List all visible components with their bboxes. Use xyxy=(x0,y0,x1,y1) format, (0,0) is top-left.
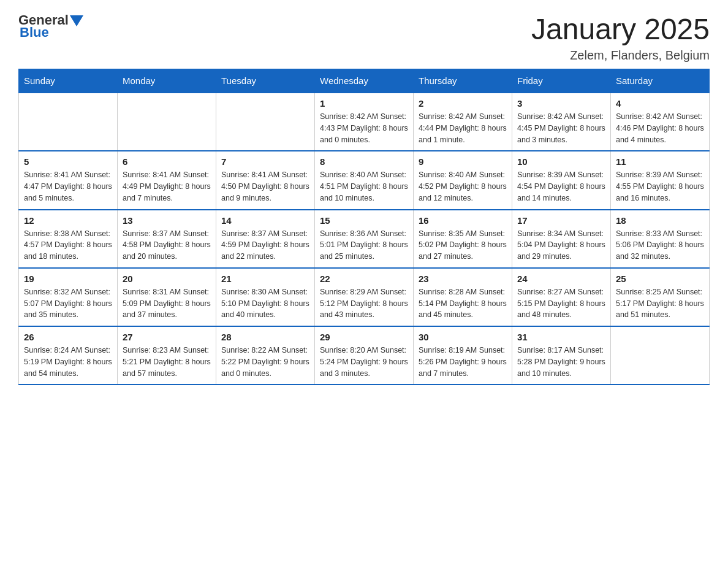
calendar-cell: 26Sunrise: 8:24 AM Sunset: 5:19 PM Dayli… xyxy=(19,326,118,385)
day-number: 20 xyxy=(123,274,211,284)
day-number: 8 xyxy=(320,156,408,167)
calendar-cell xyxy=(19,93,118,151)
day-number: 18 xyxy=(616,215,704,226)
day-number: 30 xyxy=(419,332,507,342)
day-info: Sunrise: 8:37 AM Sunset: 4:58 PM Dayligh… xyxy=(123,228,211,262)
day-info: Sunrise: 8:30 AM Sunset: 5:10 PM Dayligh… xyxy=(221,286,309,321)
day-number: 11 xyxy=(616,156,704,167)
day-info: Sunrise: 8:24 AM Sunset: 5:19 PM Dayligh… xyxy=(24,345,112,379)
day-info: Sunrise: 8:34 AM Sunset: 5:04 PM Dayligh… xyxy=(517,228,605,262)
day-number: 10 xyxy=(517,156,605,167)
day-info: Sunrise: 8:22 AM Sunset: 5:22 PM Dayligh… xyxy=(221,345,309,379)
day-number: 12 xyxy=(24,215,112,226)
day-info: Sunrise: 8:19 AM Sunset: 5:26 PM Dayligh… xyxy=(419,345,507,379)
day-info: Sunrise: 8:41 AM Sunset: 4:47 PM Dayligh… xyxy=(24,169,112,204)
calendar-cell: 29Sunrise: 8:20 AM Sunset: 5:24 PM Dayli… xyxy=(315,326,414,385)
day-info: Sunrise: 8:36 AM Sunset: 5:01 PM Dayligh… xyxy=(320,228,408,262)
day-number: 31 xyxy=(517,332,605,342)
day-info: Sunrise: 8:17 AM Sunset: 5:28 PM Dayligh… xyxy=(517,345,605,379)
calendar-header-monday: Monday xyxy=(118,69,216,93)
day-number: 6 xyxy=(123,156,211,167)
calendar-cell: 4Sunrise: 8:42 AM Sunset: 4:46 PM Daylig… xyxy=(611,93,710,151)
day-number: 26 xyxy=(24,332,112,342)
calendar-cell: 5Sunrise: 8:41 AM Sunset: 4:47 PM Daylig… xyxy=(19,151,118,209)
calendar-cell: 17Sunrise: 8:34 AM Sunset: 5:04 PM Dayli… xyxy=(512,210,611,268)
day-info: Sunrise: 8:39 AM Sunset: 4:55 PM Dayligh… xyxy=(616,169,704,204)
day-number: 27 xyxy=(123,332,211,342)
day-number: 28 xyxy=(221,332,309,342)
svg-marker-0 xyxy=(70,15,83,26)
calendar-cell: 22Sunrise: 8:29 AM Sunset: 5:12 PM Dayli… xyxy=(315,268,414,326)
calendar-cell: 3Sunrise: 8:42 AM Sunset: 4:45 PM Daylig… xyxy=(512,93,611,151)
calendar-cell: 1Sunrise: 8:42 AM Sunset: 4:43 PM Daylig… xyxy=(315,93,414,151)
calendar-header-friday: Friday xyxy=(512,69,611,93)
day-info: Sunrise: 8:42 AM Sunset: 4:44 PM Dayligh… xyxy=(419,111,507,145)
calendar-header-thursday: Thursday xyxy=(414,69,512,93)
calendar-cell: 24Sunrise: 8:27 AM Sunset: 5:15 PM Dayli… xyxy=(512,268,611,326)
calendar-cell: 20Sunrise: 8:31 AM Sunset: 5:09 PM Dayli… xyxy=(118,268,216,326)
calendar-cell: 19Sunrise: 8:32 AM Sunset: 5:07 PM Dayli… xyxy=(19,268,118,326)
day-info: Sunrise: 8:27 AM Sunset: 5:15 PM Dayligh… xyxy=(517,286,605,321)
title-section: January 2025 Zelem, Flanders, Belgium xyxy=(531,12,710,63)
logo: General Blue xyxy=(18,12,83,40)
calendar-week-5: 26Sunrise: 8:24 AM Sunset: 5:19 PM Dayli… xyxy=(19,326,710,385)
day-info: Sunrise: 8:29 AM Sunset: 5:12 PM Dayligh… xyxy=(320,286,408,321)
logo-triangle-icon xyxy=(70,15,83,26)
day-number: 9 xyxy=(419,156,507,167)
calendar-week-4: 19Sunrise: 8:32 AM Sunset: 5:07 PM Dayli… xyxy=(19,268,710,326)
day-number: 7 xyxy=(221,156,309,167)
day-info: Sunrise: 8:42 AM Sunset: 4:43 PM Dayligh… xyxy=(320,111,408,145)
page-header: General Blue January 2025 Zelem, Flander… xyxy=(18,12,710,63)
day-info: Sunrise: 8:40 AM Sunset: 4:51 PM Dayligh… xyxy=(320,169,408,204)
calendar-header-sunday: Sunday xyxy=(19,69,118,93)
day-number: 2 xyxy=(419,98,507,109)
calendar-header-wednesday: Wednesday xyxy=(315,69,414,93)
calendar-cell: 21Sunrise: 8:30 AM Sunset: 5:10 PM Dayli… xyxy=(216,268,315,326)
calendar-header-row: SundayMondayTuesdayWednesdayThursdayFrid… xyxy=(19,69,710,93)
calendar-week-1: 1Sunrise: 8:42 AM Sunset: 4:43 PM Daylig… xyxy=(19,93,710,151)
calendar-cell: 25Sunrise: 8:25 AM Sunset: 5:17 PM Dayli… xyxy=(611,268,710,326)
day-info: Sunrise: 8:41 AM Sunset: 4:50 PM Dayligh… xyxy=(221,169,309,204)
day-info: Sunrise: 8:42 AM Sunset: 4:45 PM Dayligh… xyxy=(517,111,605,145)
day-number: 15 xyxy=(320,215,408,226)
day-info: Sunrise: 8:20 AM Sunset: 5:24 PM Dayligh… xyxy=(320,345,408,379)
calendar-cell: 14Sunrise: 8:37 AM Sunset: 4:59 PM Dayli… xyxy=(216,210,315,268)
calendar-cell xyxy=(118,93,216,151)
calendar-cell: 30Sunrise: 8:19 AM Sunset: 5:26 PM Dayli… xyxy=(414,326,512,385)
day-info: Sunrise: 8:35 AM Sunset: 5:02 PM Dayligh… xyxy=(419,228,507,262)
calendar-cell xyxy=(216,93,315,151)
day-info: Sunrise: 8:37 AM Sunset: 4:59 PM Dayligh… xyxy=(221,228,309,262)
calendar-cell xyxy=(611,326,710,385)
day-number: 23 xyxy=(419,274,507,284)
day-info: Sunrise: 8:23 AM Sunset: 5:21 PM Dayligh… xyxy=(123,345,211,379)
calendar-cell: 7Sunrise: 8:41 AM Sunset: 4:50 PM Daylig… xyxy=(216,151,315,209)
day-number: 5 xyxy=(24,156,112,167)
calendar-cell: 27Sunrise: 8:23 AM Sunset: 5:21 PM Dayli… xyxy=(118,326,216,385)
calendar-cell: 9Sunrise: 8:40 AM Sunset: 4:52 PM Daylig… xyxy=(414,151,512,209)
day-number: 4 xyxy=(616,98,704,109)
calendar-cell: 31Sunrise: 8:17 AM Sunset: 5:28 PM Dayli… xyxy=(512,326,611,385)
day-info: Sunrise: 8:39 AM Sunset: 4:54 PM Dayligh… xyxy=(517,169,605,204)
day-number: 25 xyxy=(616,274,704,284)
day-info: Sunrise: 8:33 AM Sunset: 5:06 PM Dayligh… xyxy=(616,228,704,262)
calendar-cell: 6Sunrise: 8:41 AM Sunset: 4:49 PM Daylig… xyxy=(118,151,216,209)
calendar-cell: 13Sunrise: 8:37 AM Sunset: 4:58 PM Dayli… xyxy=(118,210,216,268)
calendar-cell: 10Sunrise: 8:39 AM Sunset: 4:54 PM Dayli… xyxy=(512,151,611,209)
calendar-cell: 23Sunrise: 8:28 AM Sunset: 5:14 PM Dayli… xyxy=(414,268,512,326)
calendar-cell: 2Sunrise: 8:42 AM Sunset: 4:44 PM Daylig… xyxy=(414,93,512,151)
calendar-cell: 12Sunrise: 8:38 AM Sunset: 4:57 PM Dayli… xyxy=(19,210,118,268)
day-number: 17 xyxy=(517,215,605,226)
calendar-cell: 8Sunrise: 8:40 AM Sunset: 4:51 PM Daylig… xyxy=(315,151,414,209)
calendar-cell: 28Sunrise: 8:22 AM Sunset: 5:22 PM Dayli… xyxy=(216,326,315,385)
calendar-cell: 16Sunrise: 8:35 AM Sunset: 5:02 PM Dayli… xyxy=(414,210,512,268)
day-number: 16 xyxy=(419,215,507,226)
day-info: Sunrise: 8:28 AM Sunset: 5:14 PM Dayligh… xyxy=(419,286,507,321)
calendar-header-saturday: Saturday xyxy=(611,69,710,93)
day-info: Sunrise: 8:31 AM Sunset: 5:09 PM Dayligh… xyxy=(123,286,211,321)
location: Zelem, Flanders, Belgium xyxy=(531,48,710,63)
month-title: January 2025 xyxy=(531,12,710,46)
calendar-week-3: 12Sunrise: 8:38 AM Sunset: 4:57 PM Dayli… xyxy=(19,210,710,268)
day-number: 1 xyxy=(320,98,408,109)
day-number: 19 xyxy=(24,274,112,284)
day-info: Sunrise: 8:25 AM Sunset: 5:17 PM Dayligh… xyxy=(616,286,704,321)
